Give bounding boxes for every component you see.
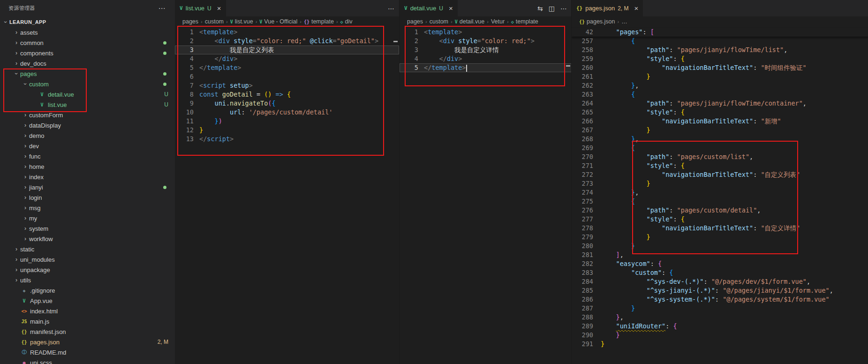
breadcrumb-item-pages[interactable]: pages [182,18,198,25]
code-line[interactable]: 259 "style": { [572,54,868,63]
breadcrumb-item-list-vue[interactable]: Vlist.vue [230,18,253,25]
code-line[interactable]: 262 }, [572,81,868,90]
code-line[interactable]: 276 "path": "pages/custom/detail", [572,206,868,215]
tree-item-system[interactable]: ›system [0,223,175,234]
more-icon[interactable]: ⋯ [388,5,394,12]
tree-item-manifest-json[interactable]: {}manifest.json [0,326,175,337]
code-editor[interactable]: 1<template>2 <div style="color: red;">3 … [400,27,572,364]
code-line[interactable]: 286 "^sys-system-(.*)": "@/pages/system/… [572,295,868,304]
code-editor[interactable]: 1<template>2 <div style="color: red;" @c… [175,27,399,364]
breadcrumb-item-template[interactable]: ◇template [511,18,538,25]
code-line[interactable]: 284 "^sys-dev-(.*)": "@/pages/dev/$1/for… [572,277,868,286]
breadcrumb-item-div[interactable]: ◇div [340,18,353,25]
tree-item-jianyi[interactable]: ›jianyi [0,182,175,192]
code-line[interactable]: 267 } [572,126,868,135]
code-line[interactable]: 12} [175,126,399,135]
code-line[interactable]: 13</script> [175,135,399,144]
code-line[interactable]: 274 }, [572,188,868,197]
code-line[interactable]: 277 "style": { [572,215,868,224]
tree-item-my[interactable]: ›my [0,213,175,223]
breadcrumb-item-pages-json[interactable]: {}pages.json [579,18,615,25]
tree-item-pages[interactable]: ›pages [0,68,175,79]
tree-item-uni-modules[interactable]: ›uni_modules [0,254,175,265]
code-line[interactable]: 8const goDetail = () => { [175,90,399,99]
code-line[interactable]: 4 </div> [175,54,399,63]
breadcrumb-item-detail-vue[interactable]: Vdetail.vue [455,18,485,25]
tree-item-utils[interactable]: ›utils [0,275,175,285]
code-line[interactable]: 6 [175,72,399,81]
code-line[interactable]: 272 "navigationBarTitleText": "自定义列表" [572,170,868,179]
tree-item-index-html[interactable]: <>index.html [0,306,175,316]
close-icon[interactable]: × [634,5,638,12]
breadcrumb-item-vetur[interactable]: Vetur [491,18,505,25]
code-line[interactable]: 273 } [572,179,868,188]
explorer-more-actions-icon[interactable]: ⋯ [159,0,166,16]
code-line[interactable]: 1<template> [400,28,572,37]
code-line[interactable]: 2 <div style="color: red;" @click="goDet… [175,37,399,46]
tree-item-main-js[interactable]: JSmain.js [0,316,175,326]
code-line[interactable]: 7<script setup> [175,81,399,90]
breadcrumb-item-template[interactable]: {}template [304,18,334,25]
tree-item-workflow[interactable]: ›workflow [0,234,175,244]
tree-item-detail-vue[interactable]: Vdetail.vueU [0,89,175,99]
code-line[interactable]: 265 "style": { [572,108,868,117]
code-line[interactable]: 5</template> [400,63,572,72]
tree-item-static[interactable]: ›static [0,244,175,254]
code-line[interactable]: 291} [572,340,868,349]
tree-item-learun-app[interactable]: ›LEARUN_APP [0,17,175,27]
code-line[interactable]: 2 <div style="color: red;"> [400,37,572,46]
breadcrumb-item-custom[interactable]: custom [205,18,224,25]
tree-item-datadisplay[interactable]: ›dataDisplay [0,120,175,130]
code-line[interactable]: 289 "uniIdRouter": { [572,322,868,331]
code-line[interactable]: 4 </div> [400,54,572,63]
tree-item-app-vue[interactable]: VApp.vue [0,296,175,306]
code-line[interactable]: 263 { [572,90,868,99]
tree-item-unpackage[interactable]: ›unpackage [0,265,175,275]
tree-item-components[interactable]: ›components [0,48,175,58]
tree-item-demo[interactable]: ›demo [0,130,175,141]
code-line[interactable]: 260 "navigationBarTitleText": "时间组件验证" [572,63,868,72]
tree-item-pages-json[interactable]: {}pages.json2, M [0,337,175,347]
tab-list-vue[interactable]: Vlist.vueU× [175,0,226,16]
changes-icon[interactable]: ⇆ [537,5,543,12]
tree-item-func[interactable]: ›func [0,151,175,161]
close-icon[interactable]: × [449,5,453,12]
code-line[interactable]: 268 }, [572,135,868,144]
tree-item-assets[interactable]: ›assets [0,27,175,38]
code-line[interactable]: 261 } [572,72,868,81]
code-line[interactable]: 278 "navigationBarTitleText": "自定义详情" [572,224,868,233]
code-editor[interactable]: 42 "pages": [257 {258 "path": "pages/jia… [572,27,868,364]
tree-item-dev[interactable]: ›dev [0,141,175,151]
tree-item-msg[interactable]: ›msg [0,203,175,213]
code-line[interactable]: 282 "easycom": { [572,259,868,268]
code-line[interactable]: 266 "navigationBarTitleText": "新增" [572,117,868,126]
tree-item-gitignore[interactable]: ◆.gitignore [0,285,175,296]
tree-item-home[interactable]: ›home [0,161,175,172]
code-line[interactable]: 285 "^sys-jianyi-(.*)": "@/pages/jianyi/… [572,286,868,295]
code-line[interactable]: 5</template> [175,63,399,72]
code-line[interactable]: 290 } [572,331,868,340]
code-line[interactable]: 3 我是自定义列表 [175,46,399,54]
tree-item-common[interactable]: ›common [0,38,175,48]
code-line[interactable]: 280 } [572,242,868,250]
breadcrumb-item-[interactable]: … [621,18,627,25]
code-line[interactable]: 288 }, [572,313,868,322]
code-line[interactable]: 270 "path": "pages/custom/list", [572,152,868,161]
code-line[interactable]: 271 "style": { [572,161,868,170]
tab-pages-json[interactable]: {}pages.json2, M× [572,0,643,16]
tree-item-custom[interactable]: ›custom [0,79,175,89]
code-line[interactable]: 10 url: '/pages/custom/detail' [175,108,399,117]
close-icon[interactable]: × [217,5,221,12]
tree-item-index[interactable]: ›index [0,172,175,182]
breadcrumb-item-vue-official[interactable]: VVue - Official [259,18,297,25]
tree-item-list-vue[interactable]: Vlist.vueU [0,99,175,110]
code-line[interactable]: 42 "pages": [ [572,28,868,37]
breadcrumb-item-custom[interactable]: custom [430,18,448,25]
tree-item-login[interactable]: ›login [0,192,175,203]
code-line[interactable]: 9 uni.navigateTo({ [175,99,399,108]
code-line[interactable]: 283 "custom": { [572,268,868,277]
split-icon[interactable]: ◫ [549,5,555,12]
code-line[interactable]: 269 { [572,144,868,152]
tree-item-dev-docs[interactable]: ›dev_docs [0,58,175,68]
tab-detail-vue[interactable]: Vdetail.vueU× [400,0,458,16]
